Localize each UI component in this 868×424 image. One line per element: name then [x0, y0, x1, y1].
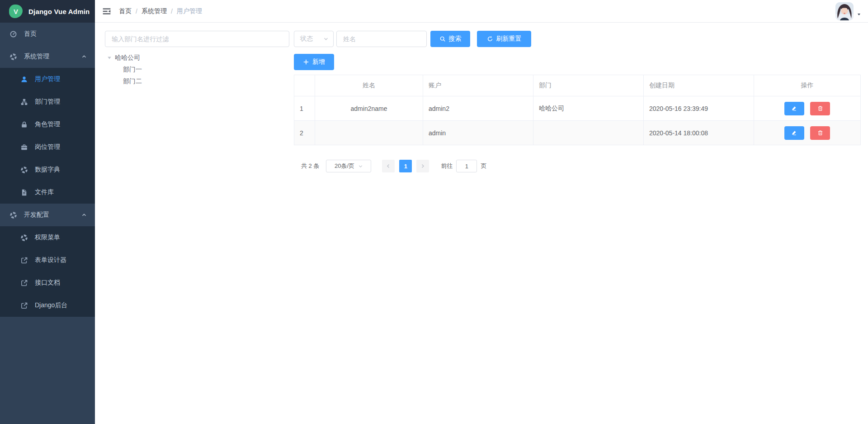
- sidebar-item-label: 文件库: [35, 188, 54, 196]
- navbar-right: [835, 2, 861, 20]
- department-tree: 哈哈公司 部门一 部门二: [105, 52, 289, 87]
- sidebar-collapse-icon[interactable]: [102, 7, 111, 16]
- sidebar-item-label: 部门管理: [35, 98, 60, 106]
- caret-down-icon: [857, 13, 861, 16]
- sidebar-group-system[interactable]: 系统管理: [0, 45, 95, 68]
- col-actions: 操作: [754, 75, 861, 96]
- compass-icon: [9, 53, 17, 61]
- cell-actions: [754, 96, 861, 121]
- sidebar-item-home[interactable]: 首页: [0, 23, 95, 45]
- tree-node-company[interactable]: 哈哈公司: [105, 52, 289, 64]
- pagination-jumper: 前往 页: [441, 160, 486, 172]
- tree-expand-icon[interactable]: [107, 56, 112, 60]
- sidebar-item-roles[interactable]: 角色管理: [0, 113, 95, 136]
- add-button-label: 新增: [312, 58, 325, 66]
- logo-letter: V: [14, 8, 18, 15]
- tree-node-label: 部门一: [123, 66, 142, 74]
- sidebar-item-label: 权限菜单: [35, 233, 60, 242]
- page-number-button[interactable]: 1: [399, 160, 412, 172]
- sidebar-menu: 首页 系统管理 用户管理 部门管理 角色管理: [0, 23, 95, 424]
- sidebar-item-label: 用户管理: [35, 75, 60, 83]
- chevron-down-icon: [358, 164, 363, 169]
- user-icon: [20, 76, 28, 83]
- trash-icon: [817, 105, 823, 111]
- sidebar-group-label: 开发配置: [24, 211, 49, 219]
- edit-pencil-icon: [791, 130, 797, 136]
- next-page-button[interactable]: [416, 160, 429, 172]
- sidebar-item-files[interactable]: 文件库: [0, 181, 95, 204]
- cell-name: [315, 121, 423, 145]
- edit-button[interactable]: [784, 126, 804, 140]
- main-area: 首页 / 系统管理 / 用户管理: [95, 0, 868, 424]
- compass-icon: [9, 211, 17, 219]
- breadcrumb-system[interactable]: 系统管理: [142, 7, 167, 15]
- refresh-reset-button[interactable]: 刷新重置: [477, 31, 531, 47]
- vue-logo-icon: V: [9, 5, 23, 18]
- search-button-label: 搜索: [449, 35, 462, 43]
- delete-button[interactable]: [810, 126, 830, 140]
- table-toolbar: 新增: [294, 54, 860, 70]
- filter-row: 状态 搜索 刷新重置: [294, 31, 860, 47]
- app-title: Django Vue Admin: [28, 8, 90, 15]
- sidebar-item-label: Django后台: [35, 301, 67, 310]
- user-panel: 状态 搜索 刷新重置 新增: [294, 31, 860, 424]
- breadcrumb-home[interactable]: 首页: [119, 7, 132, 15]
- chevron-down-icon: [323, 36, 329, 42]
- chevron-left-icon: [386, 163, 391, 169]
- edit-button[interactable]: [784, 102, 804, 115]
- department-panel: 哈哈公司 部门一 部门二: [105, 31, 289, 424]
- name-search-input[interactable]: [336, 31, 427, 47]
- col-created: 创建日期: [644, 75, 754, 96]
- sidebar-item-label: 接口文档: [35, 279, 60, 287]
- tree-node-label: 哈哈公司: [115, 54, 140, 62]
- edit-pencil-icon: [791, 105, 797, 111]
- app-root: V Django Vue Admin 首页 系统管理 用户管理: [0, 0, 868, 424]
- goto-label: 前往: [441, 162, 453, 170]
- compass-icon: [20, 166, 28, 174]
- sidebar-item-dictionary[interactable]: 数据字典: [0, 158, 95, 181]
- breadcrumb: 首页 / 系统管理 / 用户管理: [119, 7, 202, 15]
- sidebar-item-users[interactable]: 用户管理: [0, 68, 95, 91]
- chevron-right-icon: [420, 163, 425, 169]
- page-size-value: 20条/页: [335, 162, 354, 170]
- sidebar-item-label: 角色管理: [35, 120, 60, 129]
- tree-node-dept1[interactable]: 部门一: [105, 64, 289, 76]
- trash-icon: [817, 130, 823, 136]
- sidebar-item-form-designer[interactable]: 表单设计器: [0, 249, 95, 272]
- col-department: 部门: [533, 75, 644, 96]
- chevron-up-icon: [81, 54, 87, 59]
- chevron-up-icon: [81, 212, 87, 218]
- sidebar-item-label: 首页: [24, 30, 37, 38]
- col-name: 姓名: [315, 75, 423, 96]
- external-link-icon: [20, 257, 28, 264]
- goto-page-input[interactable]: [456, 160, 477, 172]
- users-table: 姓名 账户 部门 创建日期 操作 1 admin2name admin2 哈哈公: [294, 75, 861, 145]
- sidebar-item-api-docs[interactable]: 接口文档: [0, 272, 95, 294]
- delete-button[interactable]: [810, 102, 830, 115]
- prev-page-button[interactable]: [382, 160, 395, 172]
- pagination: 共 2 条 20条/页 1 前往 页: [294, 160, 860, 172]
- app-logo[interactable]: V Django Vue Admin: [0, 0, 95, 23]
- search-button[interactable]: 搜索: [430, 31, 470, 47]
- breadcrumb-separator: /: [171, 8, 173, 15]
- status-select[interactable]: 状态: [294, 31, 334, 47]
- devconfig-submenu: 权限菜单 表单设计器 接口文档 Django后台: [0, 226, 95, 317]
- user-avatar[interactable]: [835, 2, 854, 20]
- system-submenu: 用户管理 部门管理 角色管理 岗位管理 数据字典: [0, 68, 95, 204]
- page-size-select[interactable]: 20条/页: [326, 160, 371, 172]
- plus-icon: [303, 59, 309, 65]
- cell-account: admin2: [423, 96, 533, 121]
- sidebar-item-django-admin[interactable]: Django后台: [0, 294, 95, 317]
- add-user-button[interactable]: 新增: [294, 54, 334, 70]
- sidebar-item-permission-menu[interactable]: 权限菜单: [0, 226, 95, 249]
- cell-account: admin: [423, 121, 533, 145]
- sidebar-item-departments[interactable]: 部门管理: [0, 91, 95, 113]
- dashboard-icon: [9, 30, 17, 38]
- sidebar-item-positions[interactable]: 岗位管理: [0, 136, 95, 158]
- status-select-placeholder: 状态: [300, 35, 313, 43]
- document-icon: [20, 189, 28, 196]
- sidebar-group-devconfig[interactable]: 开发配置: [0, 204, 95, 226]
- tree-node-dept2[interactable]: 部门二: [105, 76, 289, 87]
- department-filter-input[interactable]: [105, 31, 289, 47]
- cell-created: 2020-05-14 18:00:08: [644, 121, 754, 145]
